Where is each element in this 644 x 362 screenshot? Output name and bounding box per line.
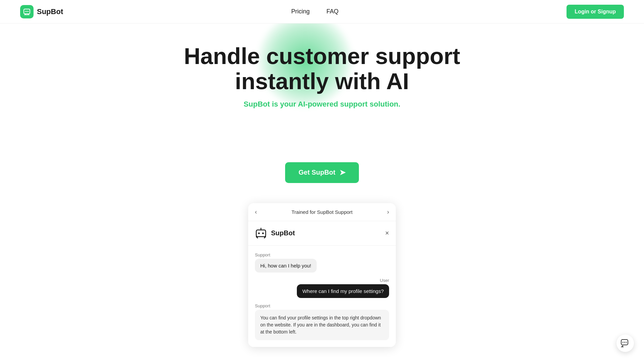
chat-demo: ‹ Trained for SupBot Support › <box>248 203 396 347</box>
arrow-icon: ➤ <box>339 168 345 177</box>
chat-nav: ‹ Trained for SupBot Support › <box>248 203 396 221</box>
nav-pricing[interactable]: Pricing <box>291 8 310 15</box>
login-signup-button[interactable]: Login or Signup <box>567 5 624 19</box>
chat-header-left: SupBot <box>255 227 295 239</box>
svg-point-7 <box>261 228 262 229</box>
chat-header-name: SupBot <box>271 229 295 237</box>
hero-subtitle: SupBot is your AI-powered support soluti… <box>244 100 400 109</box>
logo-icon <box>20 5 34 18</box>
svg-point-5 <box>258 232 260 234</box>
floating-chat-icon[interactable] <box>616 335 634 352</box>
nav-links: Pricing FAQ <box>291 8 338 15</box>
hero-title: Handle customer support instantly with A… <box>138 44 506 94</box>
chat-nav-back-arrow[interactable]: ‹ <box>255 208 257 216</box>
support-message-1: Support Hi, how can I help you! <box>255 252 389 273</box>
chat-close-button[interactable]: × <box>385 229 389 237</box>
support-sender-label-2: Support <box>255 303 389 308</box>
navbar: SupBot Pricing FAQ Login or Signup <box>0 0 644 23</box>
svg-point-6 <box>262 232 264 234</box>
chat-bot-icon <box>255 227 267 239</box>
chat-nav-title: Trained for SupBot Support <box>291 209 353 215</box>
chat-nav-forward-arrow[interactable]: › <box>387 208 389 216</box>
nav-faq[interactable]: FAQ <box>326 8 338 15</box>
chat-demo-wrapper: ‹ Trained for SupBot Support › <box>0 203 644 360</box>
svg-point-9 <box>623 342 624 343</box>
support-message-2: Support You can find your profile settin… <box>255 303 389 340</box>
support-sender-label-1: Support <box>255 252 389 257</box>
support-bubble-2: You can find your profile settings in th… <box>255 310 389 340</box>
support-bubble-1: Hi, how can I help you! <box>255 259 317 273</box>
user-sender-label: User <box>380 278 389 283</box>
logo-text: SupBot <box>37 7 63 16</box>
svg-rect-4 <box>256 230 266 237</box>
user-bubble-1: Where can I find my profile settings? <box>297 284 389 298</box>
svg-point-3 <box>28 11 29 12</box>
get-supbot-button[interactable]: Get SupBot ➤ <box>285 162 359 183</box>
svg-point-10 <box>624 342 625 343</box>
svg-point-1 <box>25 11 26 12</box>
chat-messages: Support Hi, how can I help you! User Whe… <box>248 246 396 347</box>
logo[interactable]: SupBot <box>20 5 63 18</box>
hero-section: Handle customer support instantly with A… <box>0 23 644 360</box>
chat-header: SupBot × <box>248 221 396 246</box>
svg-point-2 <box>26 11 28 12</box>
user-message-1: User Where can I find my profile setting… <box>255 278 389 298</box>
svg-point-11 <box>626 342 627 343</box>
get-supbot-label: Get SupBot <box>299 169 335 176</box>
